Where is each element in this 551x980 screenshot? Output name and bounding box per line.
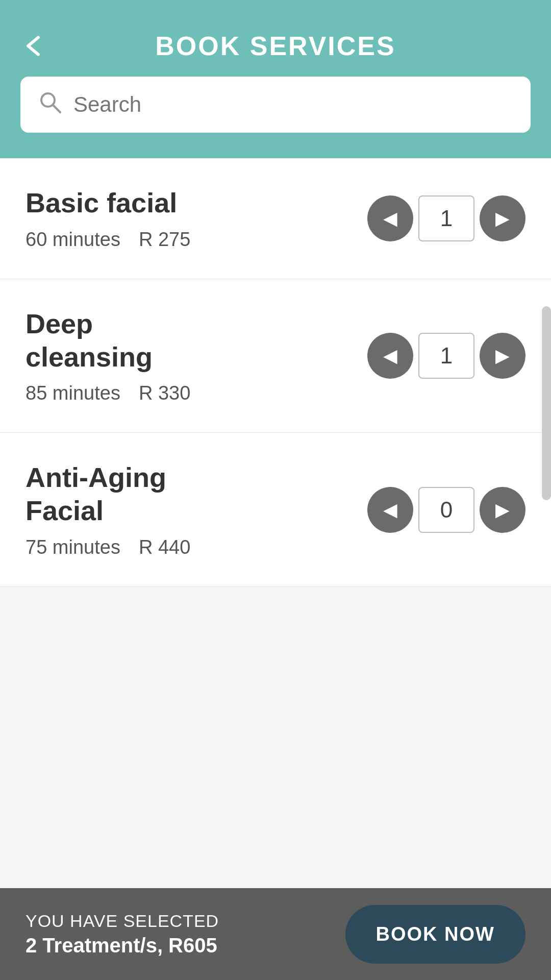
service-info: Deepcleansing 85 minutes R 330: [26, 307, 367, 405]
bottom-spacer: [0, 587, 551, 689]
quantity-display-anti-aging: 0: [418, 487, 474, 533]
service-item-anti-aging-facial: Anti-AgingFacial 75 minutes R 440 0: [0, 433, 551, 587]
page-title: BOOK SERVICES: [155, 31, 395, 61]
decrease-button-basic-facial[interactable]: [367, 195, 413, 241]
quantity-control: 0: [367, 487, 525, 533]
left-arrow-icon: [383, 208, 397, 229]
quantity-control: 1: [367, 333, 525, 379]
increase-button-anti-aging[interactable]: [480, 487, 525, 533]
search-input[interactable]: [73, 92, 512, 117]
header: BOOK SERVICES: [0, 0, 551, 158]
increase-button-basic-facial[interactable]: [480, 195, 525, 241]
quantity-display-deep-cleansing: 1: [418, 333, 474, 379]
service-name: Deepcleansing: [26, 307, 367, 374]
service-name: Anti-AgingFacial: [26, 461, 367, 527]
service-price: R 275: [139, 229, 190, 251]
quantity-control: 1: [367, 195, 525, 241]
service-price: R 330: [139, 382, 190, 404]
decrease-button-deep-cleansing[interactable]: [367, 333, 413, 379]
back-arrow-icon: [20, 33, 46, 59]
service-meta: 60 minutes R 275: [26, 229, 367, 251]
scrollbar[interactable]: [542, 306, 551, 500]
search-icon: [39, 91, 61, 118]
selection-summary: 2 Treatment/s, R605: [26, 934, 219, 957]
service-duration: 75 minutes: [26, 536, 120, 558]
header-top: BOOK SERVICES: [20, 31, 531, 61]
service-item-deep-cleansing: Deepcleansing 85 minutes R 330 1: [0, 279, 551, 433]
search-bar: [20, 77, 531, 133]
right-arrow-icon: [495, 499, 510, 521]
selection-label: YOU HAVE SELECTED: [26, 911, 219, 931]
service-meta: 75 minutes R 440: [26, 536, 367, 558]
increase-button-deep-cleansing[interactable]: [480, 333, 525, 379]
right-arrow-icon: [495, 208, 510, 229]
selection-info: YOU HAVE SELECTED 2 Treatment/s, R605: [26, 911, 219, 957]
bottom-bar: YOU HAVE SELECTED 2 Treatment/s, R605 BO…: [0, 888, 551, 980]
left-arrow-icon: [383, 345, 397, 366]
quantity-display-basic-facial: 1: [418, 195, 474, 241]
service-price: R 440: [139, 536, 190, 558]
svg-line-1: [53, 105, 60, 112]
service-meta: 85 minutes R 330: [26, 382, 367, 404]
service-duration: 60 minutes: [26, 229, 120, 251]
service-item-basic-facial: Basic facial 60 minutes R 275 1: [0, 158, 551, 279]
service-info: Anti-AgingFacial 75 minutes R 440: [26, 461, 367, 558]
service-name: Basic facial: [26, 186, 367, 219]
services-list: Basic facial 60 minutes R 275 1 Deepclea…: [0, 158, 551, 587]
book-now-button[interactable]: BOOK NOW: [345, 905, 525, 964]
service-info: Basic facial 60 minutes R 275: [26, 186, 367, 251]
decrease-button-anti-aging[interactable]: [367, 487, 413, 533]
service-duration: 85 minutes: [26, 382, 120, 404]
right-arrow-icon: [495, 345, 510, 366]
left-arrow-icon: [383, 499, 397, 521]
back-button[interactable]: [20, 33, 46, 59]
